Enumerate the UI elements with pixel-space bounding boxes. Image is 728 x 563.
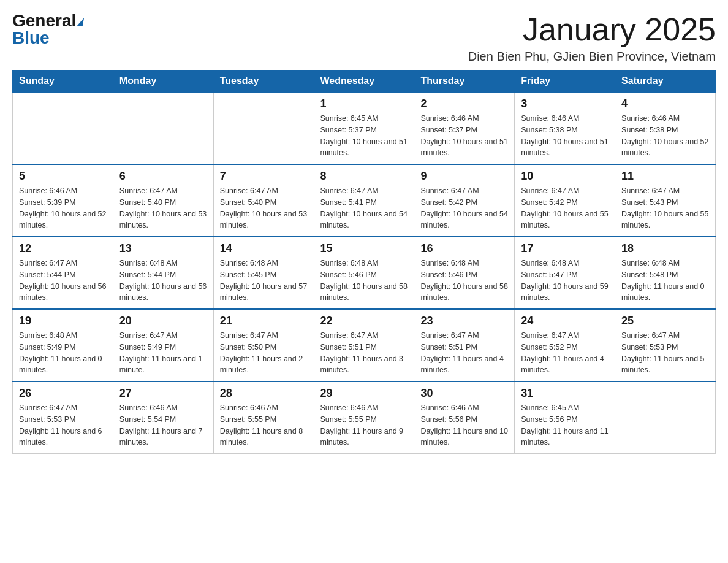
day-number: 28 (220, 387, 308, 400)
calendar-cell: 11Sunrise: 6:47 AMSunset: 5:43 PMDayligh… (615, 164, 716, 237)
logo: General Blue (12, 12, 83, 47)
day-number: 21 (220, 315, 308, 327)
day-number: 4 (621, 98, 709, 110)
calendar-cell: 30Sunrise: 6:46 AMSunset: 5:56 PMDayligh… (414, 381, 515, 454)
day-info: Sunrise: 6:48 AMSunset: 5:45 PMDaylight:… (220, 258, 308, 304)
day-info: Sunrise: 6:47 AMSunset: 5:41 PMDaylight:… (320, 185, 408, 231)
day-info: Sunrise: 6:47 AMSunset: 5:40 PMDaylight:… (119, 185, 207, 231)
day-number: 1 (320, 98, 408, 110)
calendar-cell: 15Sunrise: 6:48 AMSunset: 5:46 PMDayligh… (314, 237, 414, 309)
calendar-cell: 29Sunrise: 6:46 AMSunset: 5:55 PMDayligh… (314, 381, 414, 454)
calendar-cell: 10Sunrise: 6:47 AMSunset: 5:42 PMDayligh… (515, 164, 615, 237)
day-info: Sunrise: 6:47 AMSunset: 5:51 PMDaylight:… (320, 330, 408, 376)
calendar-cell: 6Sunrise: 6:47 AMSunset: 5:40 PMDaylight… (113, 164, 213, 237)
calendar-cell: 1Sunrise: 6:45 AMSunset: 5:37 PMDaylight… (314, 92, 414, 164)
day-number: 10 (521, 170, 609, 183)
day-number: 22 (320, 315, 408, 327)
day-info: Sunrise: 6:48 AMSunset: 5:46 PMDaylight:… (420, 258, 508, 304)
calendar-cell: 12Sunrise: 6:47 AMSunset: 5:44 PMDayligh… (13, 237, 113, 309)
calendar-cell: 16Sunrise: 6:48 AMSunset: 5:46 PMDayligh… (414, 237, 515, 309)
weekday-header-saturday: Saturday (615, 71, 716, 93)
calendar-cell: 24Sunrise: 6:47 AMSunset: 5:52 PMDayligh… (515, 309, 615, 381)
day-info: Sunrise: 6:47 AMSunset: 5:44 PMDaylight:… (19, 258, 107, 304)
calendar-cell (13, 92, 113, 164)
day-info: Sunrise: 6:46 AMSunset: 5:37 PMDaylight:… (420, 113, 508, 159)
day-number: 11 (621, 170, 709, 183)
day-number: 17 (521, 242, 609, 255)
day-info: Sunrise: 6:47 AMSunset: 5:43 PMDaylight:… (621, 185, 709, 231)
calendar-cell: 31Sunrise: 6:45 AMSunset: 5:56 PMDayligh… (515, 381, 615, 454)
weekday-header-sunday: Sunday (13, 71, 113, 93)
calendar-cell: 8Sunrise: 6:47 AMSunset: 5:41 PMDaylight… (314, 164, 414, 237)
day-number: 8 (320, 170, 408, 183)
day-info: Sunrise: 6:47 AMSunset: 5:53 PMDaylight:… (19, 402, 107, 448)
day-number: 6 (119, 170, 207, 183)
day-info: Sunrise: 6:47 AMSunset: 5:40 PMDaylight:… (220, 185, 308, 231)
calendar-cell: 28Sunrise: 6:46 AMSunset: 5:55 PMDayligh… (213, 381, 314, 454)
day-number: 23 (420, 315, 508, 327)
day-info: Sunrise: 6:47 AMSunset: 5:42 PMDaylight:… (420, 185, 508, 231)
day-info: Sunrise: 6:48 AMSunset: 5:44 PMDaylight:… (119, 258, 207, 304)
weekday-header-tuesday: Tuesday (213, 71, 314, 93)
location-title: Dien Bien Phu, GJien Bien Province, Viet… (468, 50, 716, 64)
day-number: 25 (621, 315, 709, 327)
day-info: Sunrise: 6:47 AMSunset: 5:42 PMDaylight:… (521, 185, 609, 231)
calendar-cell (213, 92, 314, 164)
calendar-cell: 13Sunrise: 6:48 AMSunset: 5:44 PMDayligh… (113, 237, 213, 309)
calendar-cell: 14Sunrise: 6:48 AMSunset: 5:45 PMDayligh… (213, 237, 314, 309)
calendar-cell: 5Sunrise: 6:46 AMSunset: 5:39 PMDaylight… (13, 164, 113, 237)
day-number: 7 (220, 170, 308, 183)
day-info: Sunrise: 6:45 AMSunset: 5:37 PMDaylight:… (320, 113, 408, 159)
day-info: Sunrise: 6:46 AMSunset: 5:56 PMDaylight:… (420, 402, 508, 448)
calendar-cell: 27Sunrise: 6:46 AMSunset: 5:54 PMDayligh… (113, 381, 213, 454)
day-number: 14 (220, 242, 308, 255)
day-number: 16 (420, 242, 508, 255)
day-info: Sunrise: 6:46 AMSunset: 5:38 PMDaylight:… (621, 113, 709, 159)
week-row-5: 26Sunrise: 6:47 AMSunset: 5:53 PMDayligh… (13, 381, 716, 454)
day-info: Sunrise: 6:46 AMSunset: 5:39 PMDaylight:… (19, 185, 107, 231)
calendar-cell: 26Sunrise: 6:47 AMSunset: 5:53 PMDayligh… (13, 381, 113, 454)
day-info: Sunrise: 6:45 AMSunset: 5:56 PMDaylight:… (521, 402, 609, 448)
calendar-cell: 25Sunrise: 6:47 AMSunset: 5:53 PMDayligh… (615, 309, 716, 381)
calendar-cell: 18Sunrise: 6:48 AMSunset: 5:48 PMDayligh… (615, 237, 716, 309)
calendar-cell: 22Sunrise: 6:47 AMSunset: 5:51 PMDayligh… (314, 309, 414, 381)
day-info: Sunrise: 6:47 AMSunset: 5:51 PMDaylight:… (420, 330, 508, 376)
calendar-table: SundayMondayTuesdayWednesdayThursdayFrid… (12, 70, 716, 454)
month-title: January 2025 (468, 12, 716, 47)
calendar-cell: 23Sunrise: 6:47 AMSunset: 5:51 PMDayligh… (414, 309, 515, 381)
day-number: 13 (119, 242, 207, 255)
day-info: Sunrise: 6:46 AMSunset: 5:55 PMDaylight:… (320, 402, 408, 448)
title-block: January 2025 Dien Bien Phu, GJien Bien P… (468, 12, 716, 64)
day-number: 9 (420, 170, 508, 183)
day-number: 31 (521, 387, 609, 400)
day-number: 26 (19, 387, 107, 400)
day-info: Sunrise: 6:48 AMSunset: 5:46 PMDaylight:… (320, 258, 408, 304)
day-number: 24 (521, 315, 609, 327)
weekday-header-monday: Monday (113, 71, 213, 93)
day-info: Sunrise: 6:48 AMSunset: 5:48 PMDaylight:… (621, 258, 709, 304)
day-info: Sunrise: 6:48 AMSunset: 5:47 PMDaylight:… (521, 258, 609, 304)
day-number: 12 (19, 242, 107, 255)
page-header: General Blue January 2025 Dien Bien Phu,… (12, 12, 716, 64)
day-info: Sunrise: 6:47 AMSunset: 5:49 PMDaylight:… (119, 330, 207, 376)
calendar-cell: 3Sunrise: 6:46 AMSunset: 5:38 PMDaylight… (515, 92, 615, 164)
calendar-cell: 7Sunrise: 6:47 AMSunset: 5:40 PMDaylight… (213, 164, 314, 237)
day-number: 18 (621, 242, 709, 255)
day-number: 19 (19, 315, 107, 327)
week-row-2: 5Sunrise: 6:46 AMSunset: 5:39 PMDaylight… (13, 164, 716, 237)
day-info: Sunrise: 6:47 AMSunset: 5:53 PMDaylight:… (621, 330, 709, 376)
day-info: Sunrise: 6:46 AMSunset: 5:55 PMDaylight:… (220, 402, 308, 448)
day-number: 30 (420, 387, 508, 400)
day-number: 3 (521, 98, 609, 110)
calendar-cell: 21Sunrise: 6:47 AMSunset: 5:50 PMDayligh… (213, 309, 314, 381)
week-row-1: 1Sunrise: 6:45 AMSunset: 5:37 PMDaylight… (13, 92, 716, 164)
day-number: 27 (119, 387, 207, 400)
day-info: Sunrise: 6:48 AMSunset: 5:49 PMDaylight:… (19, 330, 107, 376)
weekday-header-wednesday: Wednesday (314, 71, 414, 93)
weekday-header-row: SundayMondayTuesdayWednesdayThursdayFrid… (13, 71, 716, 93)
logo-blue: Blue (12, 29, 50, 47)
week-row-3: 12Sunrise: 6:47 AMSunset: 5:44 PMDayligh… (13, 237, 716, 309)
day-info: Sunrise: 6:47 AMSunset: 5:50 PMDaylight:… (220, 330, 308, 376)
calendar-cell (113, 92, 213, 164)
calendar-cell: 20Sunrise: 6:47 AMSunset: 5:49 PMDayligh… (113, 309, 213, 381)
